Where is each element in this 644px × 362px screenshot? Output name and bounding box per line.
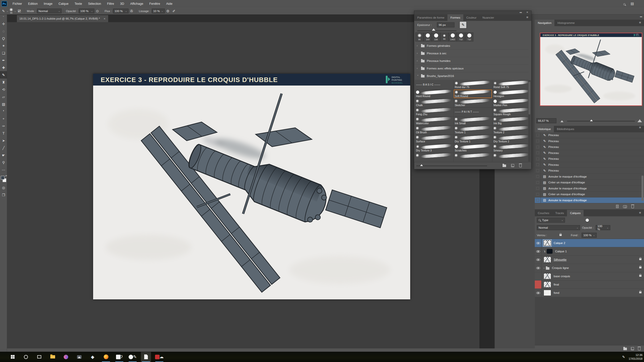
fichier[interactable]: Fichier bbox=[10, 0, 25, 8]
hexagon[interactable]: Hexagon bbox=[492, 89, 531, 98]
history-source-checkbox[interactable] bbox=[535, 191, 541, 197]
document-icon[interactable] bbox=[141, 352, 151, 362]
opacity-select[interactable]: 100 %⌄ bbox=[79, 9, 94, 13]
more-tools[interactable]: ⋯ bbox=[0, 166, 7, 173]
rond-soft-75[interactable]: Rond Soft 75 bbox=[492, 80, 531, 89]
foreground-color-swatch[interactable] bbox=[1, 176, 5, 180]
quick-mask-button[interactable]: ◎ bbox=[0, 184, 7, 191]
eraser-tool[interactable]: ▱ bbox=[0, 93, 7, 100]
fen-tre[interactable]: Fenêtre bbox=[146, 0, 163, 8]
smoothing-select[interactable]: 10 %⌄ bbox=[152, 9, 165, 13]
pinceau[interactable]: ✎ Pinceau bbox=[535, 150, 644, 156]
delete-brush-icon[interactable] bbox=[519, 164, 522, 167]
layer-thumbnail[interactable] bbox=[547, 249, 553, 254]
dry-texture-2[interactable]: Dry Texture 2 bbox=[492, 135, 531, 144]
new-brush-icon[interactable] bbox=[511, 164, 514, 167]
scratches[interactable]: Scratches bbox=[453, 144, 492, 153]
layer-thumbnail[interactable] bbox=[544, 240, 551, 246]
collapse-dock-icon[interactable]: ◂◂ bbox=[640, 15, 642, 18]
explorer-icon[interactable] bbox=[48, 352, 58, 362]
path-select-tool[interactable]: ➤ bbox=[0, 137, 7, 144]
croquis-ligne[interactable]: ↴ › Croquis ligne bbox=[535, 264, 644, 272]
recent-brush[interactable]: 226 bbox=[432, 32, 440, 42]
history-source-checkbox[interactable] bbox=[535, 174, 541, 180]
history-source-checkbox[interactable] bbox=[535, 180, 541, 185]
brush-picker-chevron[interactable]: ⌄ bbox=[14, 10, 16, 12]
calque-1[interactable]: ↴ › Calque 1 bbox=[535, 247, 644, 256]
navigator-zoom-thumb[interactable] bbox=[590, 119, 593, 121]
pinceaux-sec[interactable]: ›Pinceaux à sec bbox=[414, 50, 529, 57]
new-group-icon[interactable] bbox=[623, 348, 627, 350]
base-croquis[interactable]: ↴ › base croquis bbox=[535, 272, 644, 280]
history-source-checkbox[interactable] bbox=[535, 186, 541, 191]
pressure-size-icon[interactable]: ✐ bbox=[172, 9, 175, 13]
close-panel-icon[interactable]: ✕ bbox=[526, 11, 528, 14]
new-snapshot-icon[interactable] bbox=[623, 205, 627, 208]
pinceau[interactable]: ✎ Pinceau bbox=[535, 144, 644, 150]
blend-mode-select[interactable]: Normal⌄ bbox=[37, 9, 62, 13]
navigator-zoom-field[interactable]: 66,67 % bbox=[536, 118, 556, 123]
start-button[interactable] bbox=[8, 352, 18, 362]
canvas[interactable]: EXERCICE 3 - REPRODUIRE LE CROQUIS D'HUB… bbox=[93, 74, 410, 299]
fond[interactable]: ↴ › fond bbox=[535, 289, 644, 297]
ink-small[interactable]: Ink Small bbox=[453, 116, 492, 126]
brush-preset[interactable] bbox=[453, 153, 492, 162]
history-source-checkbox[interactable] bbox=[535, 150, 541, 156]
shape-tool[interactable]: ╱ bbox=[0, 144, 7, 151]
toggle-brush-panel-icon[interactable]: 🗹 bbox=[18, 9, 21, 13]
layer-thumbnail[interactable] bbox=[544, 273, 551, 279]
square-rough[interactable]: Square Rough bbox=[492, 107, 531, 116]
ink-big[interactable]: Ink Big bbox=[492, 116, 531, 126]
marquee-tool[interactable]: ◌ bbox=[0, 27, 7, 35]
wacom-icon[interactable]: ✎ bbox=[128, 352, 138, 362]
annuler-le-masque-d-cr-tage[interactable]: ▤ Annuler le masque d'écrêtage bbox=[535, 197, 644, 204]
watercolor[interactable]: Watercolor bbox=[415, 116, 453, 126]
tool-preset-chevron[interactable]: ⌄ bbox=[7, 10, 9, 12]
smeary[interactable]: Smeary bbox=[492, 144, 531, 153]
recent-brush[interactable]: 66 bbox=[440, 32, 448, 42]
brush-stroke-preview-button[interactable]: ✎ bbox=[460, 21, 467, 28]
brush-preset-picker[interactable]: 96 bbox=[9, 8, 13, 14]
annuler-le-masque-d-cr-tage[interactable]: ▤ Annuler le masque d'écrêtage bbox=[535, 186, 644, 192]
chalk[interactable]: Chalk bbox=[415, 98, 453, 107]
brush-size-slider-thumb[interactable] bbox=[432, 28, 435, 31]
couches[interactable]: Couches bbox=[535, 210, 552, 216]
recent-brush[interactable]: 103 bbox=[424, 32, 432, 42]
crop-tool[interactable]: ❏ bbox=[0, 49, 7, 57]
texte[interactable]: Texte bbox=[71, 0, 85, 8]
brush-preset[interactable] bbox=[415, 153, 453, 162]
annuler-le-masque-d-cr-tage[interactable]: ▤ Annuler le masque d'écrêtage bbox=[535, 174, 644, 180]
history-scrollbar-thumb[interactable] bbox=[641, 176, 643, 201]
eyedropper-tool[interactable]: ✒ bbox=[0, 57, 7, 64]
panel-menu-icon[interactable]: ≡ bbox=[637, 21, 643, 24]
brush-preset[interactable] bbox=[492, 153, 531, 162]
brush-grid-scrollbar[interactable] bbox=[528, 80, 531, 162]
workspace-icon[interactable]: ▤ bbox=[631, 2, 634, 6]
layer-blend-select[interactable]: Normal⌄ bbox=[537, 225, 580, 230]
history-source-checkbox[interactable] bbox=[535, 168, 541, 174]
aide[interactable]: Aide bbox=[163, 0, 175, 8]
affichage[interactable]: Affichage bbox=[127, 0, 146, 8]
layer-opacity-field[interactable]: 100 %⌄ bbox=[596, 225, 610, 230]
history-source-checkbox[interactable] bbox=[535, 132, 541, 138]
lasso-tool[interactable]: Ϙ bbox=[0, 35, 7, 42]
pressure-opacity-icon[interactable]: ⊙ bbox=[96, 9, 99, 13]
brushs-spartan2016[interactable]: ›Brushs_Spartan2016 bbox=[414, 72, 529, 80]
visibility-toggle[interactable] bbox=[535, 280, 542, 289]
cr-er-un-masque-d-cr-tage[interactable]: ▤ Créer un masque d'écrêtage bbox=[535, 180, 644, 186]
document-tab[interactable]: 18.01.14_DPS-1-2-1-hubble.psd @ 66,7% (C… bbox=[17, 15, 108, 22]
pasteboard[interactable]: EXERCICE 3 - REPRODUIRE LE CROQUIS D'HUB… bbox=[7, 22, 479, 348]
rond-dur-75[interactable]: Rond dur 75 bbox=[453, 80, 492, 89]
silhouette[interactable]: ↴ › Silhouette bbox=[535, 256, 644, 264]
calque-2[interactable]: ↴ › Calque 2 bbox=[535, 239, 644, 247]
biblioth-ques[interactable]: Bibliothèques bbox=[554, 126, 577, 132]
visibility-toggle[interactable] bbox=[535, 239, 542, 247]
param-tres-de-forme[interactable]: Paramètres de forme bbox=[414, 14, 447, 21]
swap-colors-icon[interactable]: ⇄ bbox=[5, 175, 7, 177]
lock-all-icon[interactable] bbox=[559, 234, 562, 236]
brush-size-field[interactable]: 96 px bbox=[437, 22, 454, 27]
clip-studio-icon[interactable]: ʔ bbox=[114, 352, 124, 362]
soft-round[interactable]: Soft Round bbox=[453, 89, 492, 98]
clone-stamp-tool[interactable]: ♜ bbox=[0, 78, 7, 86]
photos-icon[interactable] bbox=[74, 352, 84, 362]
